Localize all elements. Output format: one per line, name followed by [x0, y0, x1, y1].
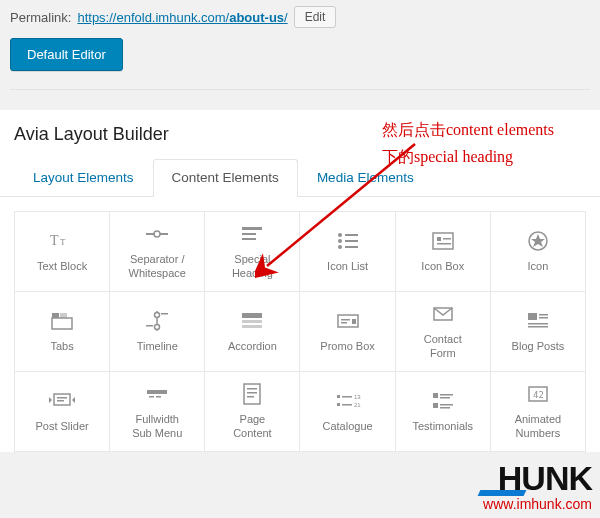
element-heading[interactable]: Special Heading — [205, 212, 300, 292]
element-tabs[interactable]: Tabs — [15, 292, 110, 372]
svg-rect-6 — [242, 238, 256, 240]
contact-icon — [430, 303, 456, 325]
element-testimonials[interactable]: Testimonials — [396, 372, 491, 452]
divider — [10, 89, 590, 90]
element-label: Accordion — [228, 340, 277, 353]
element-label: Icon List — [327, 260, 368, 273]
svg-rect-50 — [342, 396, 352, 398]
element-catalogue[interactable]: 13$21$Catalogue — [300, 372, 395, 452]
svg-rect-39 — [54, 394, 70, 405]
tab-content-elements[interactable]: Content Elements — [153, 159, 298, 197]
svg-rect-59 — [440, 404, 453, 406]
element-label: Special Heading — [232, 253, 273, 279]
watermark: HUNK www.imhunk.com — [483, 463, 592, 512]
svg-rect-30 — [341, 319, 350, 321]
permalink-row: Permalink: https://enfold.imhunk.com/abo… — [0, 0, 600, 38]
svg-rect-58 — [433, 403, 438, 408]
svg-rect-13 — [433, 233, 453, 249]
svg-rect-35 — [539, 314, 548, 316]
timeline-icon — [144, 310, 170, 332]
default-editor-button[interactable]: Default Editor — [10, 38, 123, 71]
element-contact[interactable]: Contact Form — [396, 292, 491, 372]
svg-rect-49 — [337, 395, 340, 398]
svg-rect-44 — [156, 396, 161, 398]
submenu-icon — [144, 383, 170, 405]
svg-rect-24 — [161, 313, 168, 315]
separator-icon — [144, 223, 170, 245]
element-pagecontent[interactable]: Page Content — [205, 372, 300, 452]
element-iconbox[interactable]: Icon Box — [396, 212, 491, 292]
element-separator[interactable]: Separator / Whitespace — [110, 212, 205, 292]
svg-rect-37 — [528, 323, 548, 325]
catalogue-icon: 13$21$ — [335, 390, 361, 412]
permalink-base: https://enfold.imhunk.com/ — [77, 10, 229, 25]
svg-text:21$: 21$ — [354, 402, 361, 408]
panel-title: Avia Layout Builder — [0, 120, 600, 159]
testimonials-icon — [430, 390, 456, 412]
svg-point-22 — [155, 312, 160, 317]
element-label: Testimonials — [412, 420, 473, 433]
element-label: Catalogue — [322, 420, 372, 433]
element-accordion[interactable]: Accordion — [205, 292, 300, 372]
element-numbers[interactable]: 42Animated Numbers — [491, 372, 586, 452]
svg-rect-28 — [242, 325, 262, 328]
element-label: Animated Numbers — [515, 413, 561, 439]
svg-rect-27 — [242, 320, 262, 323]
svg-rect-26 — [242, 313, 262, 318]
element-text[interactable]: TTText Block — [15, 212, 110, 292]
svg-point-7 — [338, 233, 342, 237]
promo-icon — [335, 310, 361, 332]
iconbox-icon — [430, 230, 456, 252]
watermark-brand: HUNK — [483, 463, 592, 494]
svg-text:42: 42 — [533, 390, 544, 400]
postslider-icon — [49, 390, 75, 412]
element-label: Blog Posts — [512, 340, 565, 353]
svg-text:T: T — [60, 237, 66, 247]
heading-icon — [239, 223, 265, 245]
tab-layout-elements[interactable]: Layout Elements — [14, 159, 153, 197]
svg-rect-55 — [433, 393, 438, 398]
svg-rect-52 — [337, 403, 340, 406]
svg-text:T: T — [50, 233, 59, 248]
element-label: Tabs — [50, 340, 73, 353]
svg-rect-56 — [440, 394, 453, 396]
tab-media-elements[interactable]: Media Elements — [298, 159, 433, 197]
element-label: Icon Box — [421, 260, 464, 273]
element-label: Contact Form — [424, 333, 462, 359]
builder-tabs: Layout ElementsContent ElementsMedia Ele… — [0, 159, 600, 197]
permalink-link[interactable]: https://enfold.imhunk.com/about-us/ — [77, 10, 287, 25]
svg-point-9 — [338, 239, 342, 243]
element-label: Promo Box — [320, 340, 374, 353]
svg-text:13$: 13$ — [354, 394, 361, 400]
tabs-icon — [49, 310, 75, 332]
svg-rect-34 — [528, 313, 537, 320]
svg-rect-57 — [440, 397, 450, 399]
elements-grid: TTText BlockSeparator / WhitespaceSpecia… — [14, 211, 586, 452]
svg-point-11 — [338, 245, 342, 249]
element-blog[interactable]: Blog Posts — [491, 292, 586, 372]
element-label: Post Slider — [35, 420, 88, 433]
svg-point-3 — [154, 231, 160, 237]
svg-rect-25 — [146, 325, 153, 327]
element-timeline[interactable]: Timeline — [110, 292, 205, 372]
element-iconlist[interactable]: Icon List — [300, 212, 395, 292]
svg-rect-46 — [247, 388, 257, 390]
element-label: Timeline — [137, 340, 178, 353]
watermark-url: www.imhunk.com — [483, 496, 592, 512]
element-icon[interactable]: Icon — [491, 212, 586, 292]
svg-rect-12 — [345, 246, 358, 248]
svg-rect-16 — [437, 243, 451, 245]
permalink-trail: / — [284, 10, 288, 25]
svg-rect-47 — [247, 392, 257, 394]
svg-rect-14 — [437, 237, 441, 241]
element-promo[interactable]: Promo Box — [300, 292, 395, 372]
element-postslider[interactable]: Post Slider — [15, 372, 110, 452]
element-label: Fullwidth Sub Menu — [132, 413, 182, 439]
element-submenu[interactable]: Fullwidth Sub Menu — [110, 372, 205, 452]
svg-rect-36 — [539, 317, 548, 319]
svg-rect-42 — [147, 390, 167, 394]
edit-permalink-button[interactable]: Edit — [294, 6, 337, 28]
numbers-icon: 42 — [525, 383, 551, 405]
svg-rect-15 — [443, 238, 451, 240]
svg-rect-31 — [341, 322, 347, 324]
